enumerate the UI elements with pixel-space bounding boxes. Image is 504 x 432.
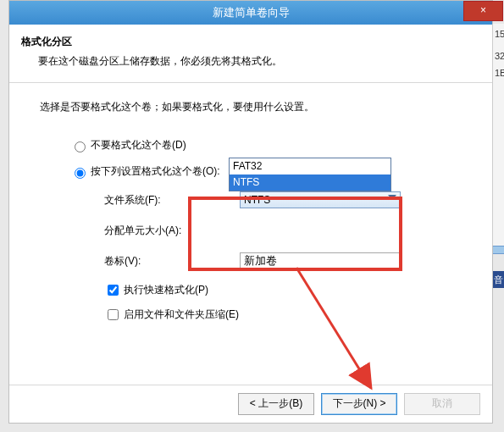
checkbox-compression[interactable]: 启用文件和文件夹压缩(E) — [40, 307, 462, 323]
cancel-button[interactable]: 取消 — [404, 393, 480, 415]
radio-format-label: 按下列设置格式化这个卷(O): — [91, 164, 220, 179]
filesystem-combo[interactable]: NTFS — [240, 191, 401, 208]
background-label: 音 — [493, 271, 504, 288]
titlebar: 新建简单卷向导 — [9, 1, 492, 25]
background-separator — [493, 246, 504, 254]
row-allocation: 分配单元大小(A): — [104, 221, 462, 240]
window-body: 新建简单卷向导 × 格式化分区 要在这个磁盘分区上储存数据，你必须先将其格式化。… — [8, 0, 493, 424]
page-title: 格式化分区 — [21, 35, 480, 49]
next-button[interactable]: 下一步(N) > — [321, 393, 397, 415]
bg-text: 32 — [495, 51, 504, 61]
checkbox-quick-format[interactable]: 执行快速格式化(P) — [40, 282, 462, 298]
wizard-footer: < 上一步(B) 下一步(N) > 取消 — [9, 385, 492, 423]
filesystem-dropdown[interactable]: FAT32 NTFS — [229, 158, 391, 191]
row-volume: 卷标(V): — [104, 252, 462, 270]
wizard-content: 选择是否要格式化这个卷；如果要格式化，要使用什么设置。 不要格式化这个卷(D) … — [9, 83, 492, 340]
row-filesystem: 文件系统(F): NTFS — [104, 191, 462, 209]
page-subtitle: 要在这个磁盘分区上储存数据，你必须先将其格式化。 — [21, 54, 480, 69]
close-icon: × — [480, 4, 486, 16]
dropdown-option-fat32[interactable]: FAT32 — [230, 158, 390, 174]
bg-text: 1B — [495, 68, 504, 78]
back-button[interactable]: < 上一步(B) — [238, 393, 314, 415]
radio-format-input[interactable] — [75, 168, 86, 179]
quick-format-label: 执行快速格式化(P) — [124, 283, 208, 297]
radio-no-format[interactable]: 不要格式化这个卷(D) — [40, 138, 462, 152]
quick-format-input[interactable] — [108, 285, 119, 296]
chevron-down-icon — [388, 195, 396, 200]
radio-no-format-label: 不要格式化这个卷(D) — [91, 138, 186, 152]
format-options: 文件系统(F): NTFS 分配单元大小(A): 卷标(V): — [40, 191, 462, 270]
wizard-header: 格式化分区 要在这个磁盘分区上储存数据，你必须先将其格式化。 — [9, 25, 492, 83]
radio-no-format-input[interactable] — [75, 141, 86, 152]
filesystem-label: 文件系统(F): — [104, 193, 240, 208]
compression-input[interactable] — [108, 309, 119, 320]
dropdown-option-ntfs[interactable]: NTFS — [230, 174, 390, 191]
allocation-label: 分配单元大小(A): — [104, 224, 240, 238]
bg-text: 15 — [495, 29, 504, 39]
compression-label: 启用文件和文件夹压缩(E) — [124, 307, 239, 322]
instruction-text: 选择是否要格式化这个卷；如果要格式化，要使用什么设置。 — [40, 100, 462, 114]
volume-input[interactable] — [240, 252, 401, 269]
volume-label: 卷标(V): — [104, 254, 240, 269]
filesystem-value: NTFS — [244, 194, 270, 206]
close-button[interactable]: × — [463, 1, 503, 21]
wizard-window: 新建简单卷向导 × 格式化分区 要在这个磁盘分区上储存数据，你必须先将其格式化。… — [0, 0, 504, 432]
background-window-strip: 15 32 1B — [492, 24, 504, 246]
window-title: 新建简单卷向导 — [213, 6, 290, 19]
